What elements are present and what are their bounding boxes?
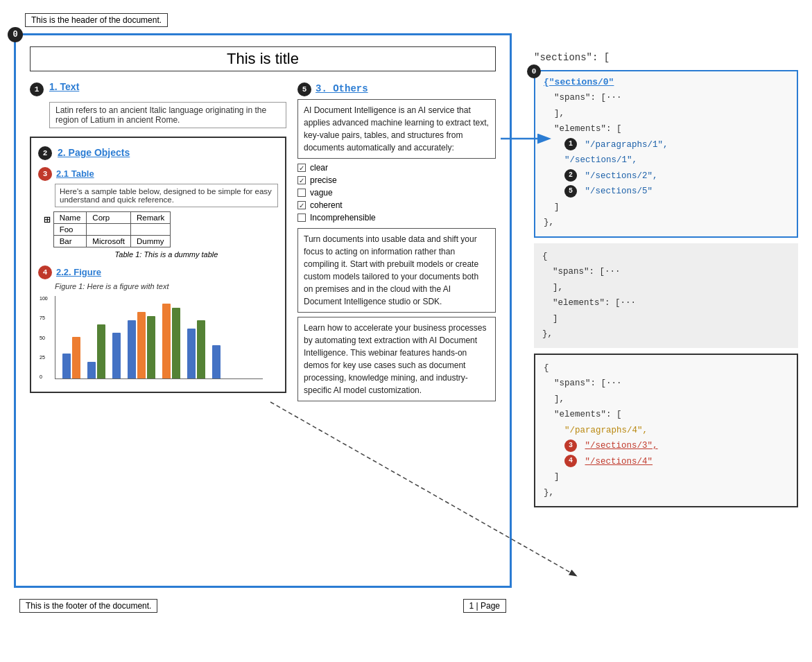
checkbox-clear: clear (297, 163, 496, 173)
bar-group (87, 324, 105, 378)
section-1-heading: 1. Text (49, 81, 79, 92)
json-gray-line: ], (542, 280, 790, 296)
table-row: Bar (53, 236, 87, 247)
table-row: Microsoft (87, 236, 131, 247)
json-line: "spans": [··· (544, 90, 788, 106)
json-dark-elements-close: ] (544, 469, 788, 485)
bar-group (212, 345, 221, 378)
json-sections2: "/sections/2", (585, 171, 658, 181)
json-sections0-title: {"sections/0" (544, 77, 614, 87)
json-close-brace: }, (544, 215, 788, 231)
sub-section-figure-heading: 2.2. Figure (56, 267, 101, 277)
table-header-remark: Remark (130, 212, 170, 224)
json-panel: "sections": [ 0 {"sections/0" "spans": [… (534, 52, 798, 507)
json-element-paragraphs4: "/paragraphs/4", (544, 423, 788, 439)
y-label: 25 (40, 355, 48, 360)
section-1-text: Latin refers to an ancient Italic langua… (49, 102, 286, 128)
document-header: This is the header of the document. (25, 13, 168, 27)
bar-green (197, 320, 205, 378)
table-icon: ⊞ (44, 213, 51, 227)
table-row: Dummy (130, 236, 170, 247)
json-line: "elements": [ (544, 121, 788, 137)
text-block-2: Learn how to accelerate your business pr… (297, 317, 496, 401)
figure-caption: Figure 1: Here is a figure with text (55, 282, 278, 290)
json-paragraphs4: "/paragraphs/4", (564, 426, 648, 435)
badge-0: 0 (8, 27, 23, 42)
page-title: This is title (30, 46, 496, 71)
footer-area: This is the footer of the document. 1 | … (14, 599, 512, 613)
json-line: ], (544, 106, 788, 122)
json-gray-line: }, (542, 326, 790, 342)
table-caption: Table 1: This is a dummy table (55, 250, 278, 259)
page-col-right: 5 3. Others AI Document Intelligence is … (297, 81, 496, 406)
section-2-box: 2 2. Page Objects 3 2.1 Table Here's a s… (30, 137, 286, 393)
bar-orange (72, 337, 80, 378)
checkbox-precise: precise (297, 175, 496, 185)
badge-2: 2 (38, 146, 52, 160)
bar-blue (87, 362, 96, 378)
json-box-gray: { "spans": [··· ], "elements": [··· ] }, (534, 243, 798, 348)
checkbox-vague-label: vague (310, 188, 333, 198)
badge-1: 1 (30, 82, 44, 96)
checkbox-incomprehensible-icon[interactable] (297, 214, 306, 222)
checkbox-incomprehensible: Incomprehensible (297, 213, 496, 223)
json-element-5: 5 "/sections/5" (544, 184, 788, 200)
badge-4: 4 (38, 265, 52, 279)
json-gray-line: "spans": [··· (542, 264, 790, 280)
checkbox-clear-icon[interactable] (297, 164, 306, 172)
json-box-dark: { "spans": [··· ], "elements": [ "/parag… (534, 354, 798, 508)
table-row (130, 224, 170, 236)
json-sections-key: "sections": [ (534, 52, 610, 63)
sub-section-table: 3 2.1 Table Here's a sample table below,… (38, 166, 278, 259)
checkbox-precise-icon[interactable] (297, 176, 306, 184)
json-close-bracket: ] (544, 200, 788, 216)
bar-blue (112, 333, 121, 378)
badge-3: 3 (38, 167, 52, 181)
badge-5: 5 (297, 82, 311, 96)
y-label: 50 (40, 336, 48, 340)
checkboxes-area: clear precise vague (297, 163, 496, 223)
bar-green (97, 324, 105, 378)
table-header-name: Name (53, 212, 87, 224)
checkbox-precise-label: precise (310, 175, 337, 185)
checkbox-vague-icon[interactable] (297, 189, 306, 197)
y-label: 0 (40, 374, 48, 379)
json-intro: "sections": [ (534, 52, 798, 63)
checkbox-incomprehensible-label: Incomprehensible (310, 213, 376, 223)
bar-blue (187, 329, 196, 378)
json-sections3: "/sections/3", (585, 441, 658, 451)
json-badge-2: 2 (564, 169, 577, 182)
document-area: This is the header of the document. 0 Th… (14, 14, 513, 613)
json-gray-line: "elements": [··· (542, 295, 790, 311)
json-dark-spans-close: ], (544, 392, 788, 408)
checkbox-coherent-icon[interactable] (297, 201, 306, 209)
section-1: 1 1. Text (30, 81, 286, 96)
json-sections0-heading: {"sections/0" (544, 77, 788, 87)
json-dark-elements: "elements": [ (544, 407, 788, 423)
doc-table: Name Corp Remark Foo (53, 211, 171, 247)
table-row (87, 224, 131, 236)
bar-group (187, 320, 205, 378)
bar-green (147, 316, 155, 378)
sub-section-table-heading: 2.1 Table (56, 168, 94, 179)
y-label: 75 (40, 315, 48, 320)
json-sections1: "/sections/1", (564, 155, 637, 165)
table-row: Foo (53, 224, 87, 236)
page-box: 0 This is title 1 1. Text Latin refers t… (14, 33, 512, 588)
json-badge-1: 1 (564, 138, 577, 150)
y-label: 100 (40, 296, 48, 301)
chart-area: 100 75 50 25 0 (55, 296, 263, 379)
json-badge-3: 3 (564, 439, 577, 452)
section-3-wrapper: 5 3. Others AI Document Intelligence is … (297, 81, 496, 406)
table-header-corp: Corp (87, 212, 131, 224)
bar-orange (137, 312, 146, 378)
bar-orange (162, 304, 171, 378)
bar-group (112, 333, 121, 378)
json-badge-5: 5 (564, 185, 577, 198)
json-element-sections3: 3 "/sections/3", (544, 438, 788, 454)
json-badge-0: 0 (527, 64, 541, 78)
json-dark-spans: "spans": [··· (544, 376, 788, 392)
bar-blue (212, 345, 221, 378)
json-gray-line: ] (542, 311, 790, 327)
checkbox-clear-label: clear (310, 163, 328, 173)
